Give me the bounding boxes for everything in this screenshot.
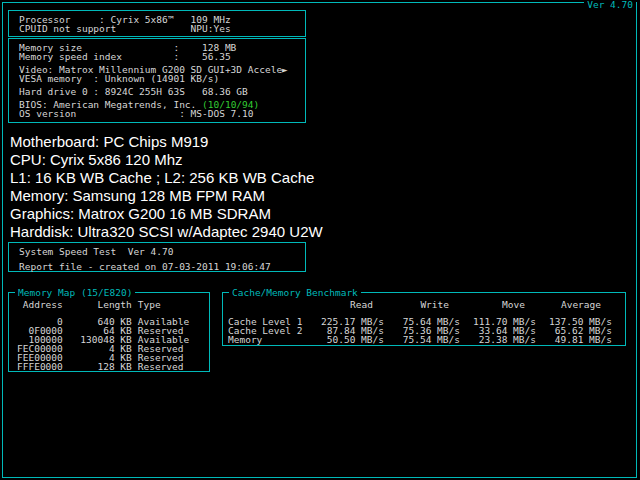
memory-map-header-length: Length	[63, 300, 132, 317]
memory-map-box: Memory Map (15/E820) Address Length Type…	[8, 292, 210, 372]
graphics-line: Graphics: Matrox G200 16 MB SDRAM	[10, 205, 323, 223]
benchmark-header-write: Write	[384, 300, 460, 317]
bios-info-group: BIOS: American Megatrends, Inc. (10/10/9…	[19, 100, 305, 118]
memory-speed-line: Memory speed index : 56.35	[19, 52, 305, 61]
memory-map-title: Memory Map (15/E820)	[15, 288, 135, 297]
motherboard-line: Motherboard: PC Chips M919	[10, 133, 323, 151]
processor-info-box: Processor : Cyrix 5x86™ 109 MHz CPUID no…	[8, 10, 306, 37]
benchmark-header-row: Read Write Move Average	[228, 300, 612, 317]
table-row: FFFE0000 128 KB Reserved	[17, 362, 189, 371]
benchmark-header-read: Read	[308, 300, 384, 317]
benchmark-title: Cache/Memory Benchmark	[229, 288, 361, 297]
system-info-box: Memory size : 128 MB Memory speed index …	[8, 38, 306, 123]
speedsys-screen: Ver 4.70 Processor : Cyrix 5x86™ 109 MHz…	[0, 0, 640, 480]
memory-info-group: Memory size : 128 MB Memory speed index …	[19, 43, 305, 61]
memory-map-header-row: Address Length Type	[17, 300, 189, 317]
benchmark-header-average: Average	[536, 300, 612, 317]
benchmark-read-value: 50.50 MB/s	[308, 335, 384, 344]
cpu-line: CPU: Cyrix 5x86 120 Mhz	[10, 151, 323, 169]
memory-map-type: Reserved	[132, 362, 189, 371]
benchmark-table: Read Write Move Average Cache Level 1 22…	[228, 300, 612, 344]
report-created-line: Report file - created on 07-03-2011 19:0…	[19, 262, 305, 271]
version-label: Ver 4.70	[584, 0, 636, 9]
cpuid-line: CPUID not support NPU:Yes	[19, 24, 305, 33]
report-info-box: System Speed Test Ver 4.70 Report file -…	[8, 242, 306, 272]
benchmark-row-label: Memory	[228, 335, 308, 344]
cache-memory-benchmark-box: Cache/Memory Benchmark Read Write Move A…	[222, 292, 626, 346]
benchmark-move-value: 23.38 MB/s	[460, 335, 536, 344]
hard-drive-line: Hard drive 0 : 8924C 255H 63S 68.36 GB	[19, 87, 305, 96]
drive-info-group: Hard drive 0 : 8924C 255H 63S 68.36 GB	[19, 87, 305, 96]
benchmark-write-value: 75.54 MB/s	[384, 335, 460, 344]
memory-line: Memory: Samsung 128 MB FPM RAM	[10, 187, 323, 205]
memory-map-address: FFFE0000	[17, 362, 63, 371]
memory-map-table: Address Length Type 0 640 KB Available 0…	[17, 300, 189, 371]
benchmark-average-value: 49.81 MB/s	[536, 335, 612, 344]
benchmark-header-spacer	[228, 300, 308, 317]
memory-map-header-address: Address	[17, 300, 63, 317]
vesa-line: VESA memory : Unknown (14901 KB/s)	[19, 74, 305, 83]
memory-map-header-type: Type	[132, 300, 189, 317]
os-version-line: OS version : MS-DOS 7.10	[19, 109, 305, 118]
system-summary-annotation: Motherboard: PC Chips M919 CPU: Cyrix 5x…	[10, 133, 323, 241]
harddisk-line: Harddisk: Ultra320 SCSI w/Adaptec 2940 U…	[10, 223, 323, 241]
memory-map-length: 128 KB	[63, 362, 132, 371]
cache-line: L1: 16 KB WB Cache ; L2: 256 KB WB Cache	[10, 169, 323, 187]
video-info-group: Video: Matrox Millennium G200 SD GUI+3D …	[19, 65, 305, 83]
speed-test-title-line: System Speed Test Ver 4.70	[19, 247, 305, 256]
table-row: Memory 50.50 MB/s 75.54 MB/s 23.38 MB/s …	[228, 335, 612, 344]
benchmark-header-move: Move	[460, 300, 536, 317]
